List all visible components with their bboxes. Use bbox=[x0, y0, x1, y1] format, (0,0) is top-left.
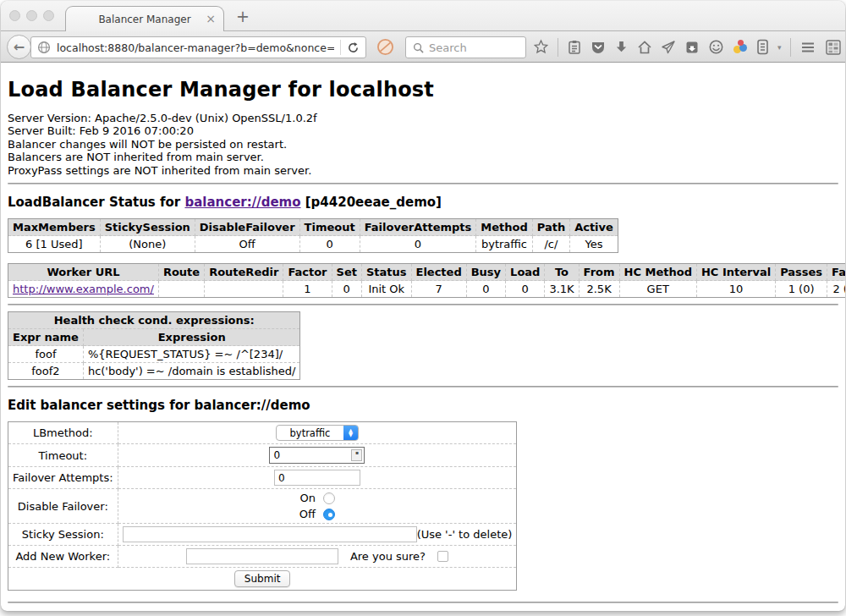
worker-value-cell: Init Ok bbox=[361, 281, 411, 298]
search-input[interactable] bbox=[429, 41, 514, 54]
form-row-add-worker: Add New Worker: Are you sure? bbox=[8, 546, 517, 568]
worker-value-cell: 2 (0) bbox=[827, 281, 845, 298]
balancer-header-cell: Active bbox=[570, 219, 618, 236]
pocket-icon[interactable] bbox=[591, 40, 606, 55]
divider bbox=[8, 386, 838, 388]
balancer-link[interactable]: balancer://demo bbox=[184, 195, 300, 210]
health-header-cell: Expression bbox=[83, 329, 300, 346]
select-stepper-icon: ▲▼ bbox=[343, 425, 358, 441]
window-controls bbox=[9, 10, 54, 21]
balancer-header-cell: Timeout bbox=[299, 219, 360, 236]
balancer-value-cell: 6 [1 Used] bbox=[8, 236, 101, 253]
form-row-lbmethod: LBmethod: bytraffic ▲▼ bbox=[8, 422, 517, 444]
close-window-icon[interactable] bbox=[9, 10, 20, 21]
search-bar[interactable] bbox=[405, 36, 526, 58]
sticky-session-label: Sticky Session: bbox=[8, 524, 118, 546]
tile-grid-icon[interactable] bbox=[825, 39, 842, 56]
worker-url-link[interactable]: http://www.example.com/ bbox=[13, 283, 154, 295]
table-header-row: MaxMembersStickySessionDisableFailoverTi… bbox=[8, 219, 618, 236]
worker-url-cell: http://www.example.com/ bbox=[8, 281, 159, 298]
expr-name-cell: foof2 bbox=[8, 363, 84, 380]
toolbar-separator bbox=[790, 38, 791, 57]
worker-header-cell: Busy bbox=[466, 264, 505, 281]
table-row: foof %{REQUEST_STATUS} =~ /^[234]/ bbox=[8, 346, 300, 363]
server-version-line: Server Version: Apache/2.5.0-dev (Unix) … bbox=[8, 112, 838, 124]
failover-attempts-input[interactable] bbox=[274, 470, 360, 486]
table-row: foof2 hc('body') =~ /domain is establish… bbox=[8, 363, 300, 380]
worker-value-cell: GET bbox=[619, 281, 696, 298]
status-heading-suffix: [p4420eeae_demo] bbox=[301, 195, 442, 210]
number-spinner-icon[interactable]: ▪ bbox=[351, 449, 362, 461]
bookmark-star-icon[interactable] bbox=[533, 39, 549, 55]
minimize-window-icon[interactable] bbox=[26, 10, 37, 21]
edit-balancer-form: LBmethod: bytraffic ▲▼ Timeout: bbox=[8, 421, 517, 591]
tab-balancer-manager[interactable]: Balancer Manager × bbox=[65, 6, 224, 32]
balancer-value-cell: (None) bbox=[100, 236, 195, 253]
menu-hamburger-icon[interactable] bbox=[799, 39, 816, 56]
content-blocked-icon[interactable] bbox=[376, 38, 394, 56]
balancer-value-cell: /c/ bbox=[532, 236, 569, 253]
url-text[interactable]: localhost:8880/balancer-manager?b=demo&n… bbox=[57, 41, 334, 54]
browser-window: Balancer Manager × + ← localhost:8880/ba… bbox=[1, 1, 845, 611]
site-identity-globe-icon[interactable] bbox=[37, 41, 51, 54]
balancer-header-cell: DisableFailover bbox=[195, 219, 299, 236]
radio-on-label: On bbox=[300, 492, 316, 504]
new-tab-button[interactable]: + bbox=[236, 7, 250, 25]
reading-list-icon[interactable] bbox=[567, 40, 582, 55]
table-title-row: Health check cond. expressions: bbox=[8, 312, 300, 329]
worker-value-cell: 2.5K bbox=[579, 281, 619, 298]
url-divider bbox=[340, 40, 341, 55]
balancer-header-cell: Path bbox=[532, 219, 569, 236]
form-row-submit: Submit bbox=[8, 568, 517, 591]
worker-header-cell: To bbox=[545, 264, 579, 281]
balancer-value-cell: bytraffic bbox=[476, 236, 532, 253]
worker-header-cell: Passes bbox=[776, 264, 827, 281]
reload-icon[interactable] bbox=[347, 41, 360, 54]
downloads-icon[interactable] bbox=[614, 40, 629, 54]
worker-value-cell bbox=[158, 281, 204, 298]
expression-cell: %{REQUEST_STATUS} =~ /^[234]/ bbox=[83, 346, 300, 363]
table-row: 6 [1 Used](None)Off00bytraffic/c/Yes bbox=[8, 236, 618, 253]
url-bar[interactable]: localhost:8880/balancer-manager?b=demo&n… bbox=[30, 36, 366, 58]
radio-off[interactable] bbox=[323, 509, 335, 520]
status-heading-prefix: LoadBalancer Status for bbox=[8, 195, 184, 210]
page-title: Load Balancer Manager for localhost bbox=[8, 78, 838, 102]
tab-bar: Balancer Manager × + bbox=[1, 1, 845, 31]
submit-button[interactable]: Submit bbox=[234, 570, 291, 587]
table-row: http://www.example.com/10Init Ok7003.1K2… bbox=[8, 281, 846, 298]
back-button[interactable]: ← bbox=[7, 35, 31, 59]
zoom-window-icon[interactable] bbox=[43, 10, 54, 21]
feedback-smiley-icon[interactable] bbox=[708, 39, 724, 55]
health-table-title: Health check cond. expressions: bbox=[8, 312, 300, 329]
reader-save-icon[interactable] bbox=[684, 40, 700, 55]
add-worker-input[interactable] bbox=[186, 548, 338, 564]
worker-header-cell: Load bbox=[506, 264, 545, 281]
radio-on[interactable] bbox=[323, 492, 335, 504]
table-header-row: Worker URLRouteRouteRedirFactorSetStatus… bbox=[8, 264, 846, 281]
extension-colors-icon[interactable] bbox=[733, 40, 748, 55]
worker-status-table: Worker URLRouteRouteRedirFactorSetStatus… bbox=[8, 263, 845, 298]
tab-title: Balancer Manager bbox=[98, 14, 190, 25]
send-tab-icon[interactable] bbox=[661, 40, 676, 55]
sidebar-panel-icon[interactable] bbox=[756, 39, 769, 55]
lbmethod-select[interactable]: bytraffic ▲▼ bbox=[276, 425, 359, 441]
worker-header-cell: Set bbox=[332, 264, 361, 281]
worker-value-cell: 0 bbox=[466, 281, 505, 298]
timeout-label: Timeout: bbox=[8, 444, 118, 467]
worker-value-cell bbox=[205, 281, 283, 298]
form-row-disable-failover: Disable Failover: On Off bbox=[8, 489, 517, 524]
home-icon[interactable] bbox=[637, 40, 652, 55]
balancer-value-cell: 0 bbox=[299, 236, 360, 253]
worker-value-cell: 0 bbox=[506, 281, 545, 298]
tab-close-icon[interactable]: × bbox=[206, 12, 216, 26]
lbmethod-selected-value: bytraffic bbox=[277, 427, 343, 439]
worker-value-cell: 7 bbox=[411, 281, 466, 298]
expr-name-cell: foof bbox=[8, 346, 84, 363]
are-you-sure-checkbox[interactable] bbox=[437, 551, 448, 562]
chevron-down-icon[interactable]: ▾ bbox=[777, 43, 782, 52]
sticky-session-input[interactable] bbox=[123, 526, 417, 542]
worker-header-cell: HC Interval bbox=[696, 264, 775, 281]
navigation-toolbar: ← localhost:8880/balancer-manager?b=demo… bbox=[1, 31, 845, 63]
expression-cell: hc('body') =~ /domain is established/ bbox=[83, 363, 300, 380]
divider bbox=[8, 304, 838, 305]
